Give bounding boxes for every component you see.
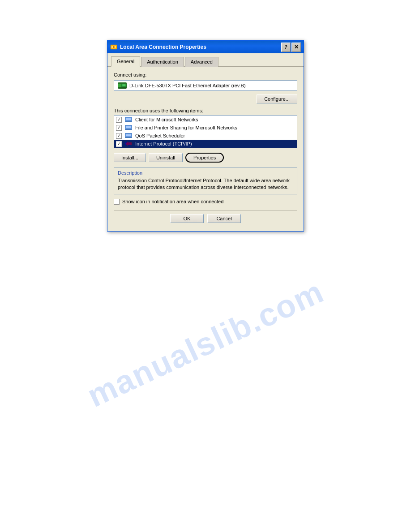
icon-tcpip: [124, 141, 133, 147]
bottom-buttons: OK Cancel: [114, 210, 297, 225]
svg-rect-11: [126, 126, 131, 128]
notification-checkbox[interactable]: [114, 199, 120, 205]
tab-advanced[interactable]: Advanced: [185, 57, 218, 67]
adapter-icon: [118, 82, 127, 89]
title-bar-icon: [110, 43, 117, 51]
uninstall-button[interactable]: Uninstall: [149, 153, 183, 162]
cancel-button[interactable]: Cancel: [207, 214, 241, 223]
svg-point-2: [113, 46, 115, 48]
tab-general[interactable]: General: [111, 56, 140, 67]
install-button[interactable]: Install...: [114, 153, 146, 162]
connect-using-box: D-Link DFE-530TX PCI Fast Ethernet Adapt…: [114, 80, 297, 91]
ok-button[interactable]: OK: [170, 214, 204, 223]
items-list-header: This connection uses the following items…: [114, 108, 297, 113]
list-item-tcpip[interactable]: Internet Protocol (TCP/IP): [114, 140, 297, 148]
adapter-name: D-Link DFE-530TX PCI Fast Ethernet Adapt…: [129, 83, 246, 88]
dialog-content: Connect using: D-Link DFE-530TX PCI Fast…: [107, 67, 304, 231]
list-item-client[interactable]: Client for Microsoft Networks: [114, 116, 297, 124]
description-label: Description: [118, 170, 293, 176]
connect-using-label: Connect using:: [114, 72, 297, 77]
dialog-window: Local Area Connection Properties ? ✕ Gen…: [107, 40, 304, 232]
title-bar-buttons: ? ✕: [281, 43, 301, 52]
svg-rect-8: [126, 118, 131, 120]
item-label-tcpip: Internet Protocol (TCP/IP): [135, 141, 192, 146]
icon-qos: [124, 133, 133, 139]
watermark: manualslib.com: [81, 273, 329, 414]
list-item-sharing[interactable]: File and Printer Sharing for Microsoft N…: [114, 124, 297, 132]
icon-sharing: [124, 124, 133, 131]
close-button[interactable]: ✕: [291, 43, 301, 52]
page-background: manualslib.com Local Area Connection Pro…: [0, 0, 411, 532]
configure-button[interactable]: Configure...: [257, 94, 297, 103]
help-button[interactable]: ?: [281, 43, 291, 52]
action-buttons-row: Install... Uninstall Properties: [114, 153, 297, 163]
items-list: Client for Microsoft Networks File and P…: [114, 115, 297, 148]
item-label-client: Client for Microsoft Networks: [135, 117, 198, 122]
notification-checkbox-row[interactable]: Show icon in notification area when conn…: [114, 199, 297, 205]
tab-authentication[interactable]: Authentication: [141, 57, 184, 67]
dialog-title: Local Area Connection Properties: [120, 44, 281, 50]
svg-rect-5: [122, 85, 125, 86]
checkbox-client[interactable]: [116, 117, 122, 123]
item-label-qos: QoS Packet Scheduler: [135, 133, 185, 138]
configure-btn-row: Configure...: [114, 94, 297, 103]
item-label-sharing: File and Printer Sharing for Microsoft N…: [135, 125, 237, 130]
icon-client: [124, 116, 133, 123]
svg-rect-14: [126, 134, 131, 136]
list-item-qos[interactable]: QoS Packet Scheduler: [114, 132, 297, 140]
notification-label: Show icon in notification area when conn…: [122, 199, 223, 204]
properties-button[interactable]: Properties: [185, 153, 224, 163]
checkbox-tcpip[interactable]: [116, 141, 122, 147]
svg-marker-16: [125, 142, 132, 146]
tab-strip: General Authentication Advanced: [107, 53, 304, 67]
description-box: Description Transmission Control Protoco…: [114, 167, 297, 194]
checkbox-qos[interactable]: [116, 133, 122, 139]
description-text: Transmission Control Protocol/Internet P…: [118, 177, 293, 191]
checkbox-sharing[interactable]: [116, 125, 122, 131]
title-bar: Local Area Connection Properties ? ✕: [107, 41, 304, 53]
